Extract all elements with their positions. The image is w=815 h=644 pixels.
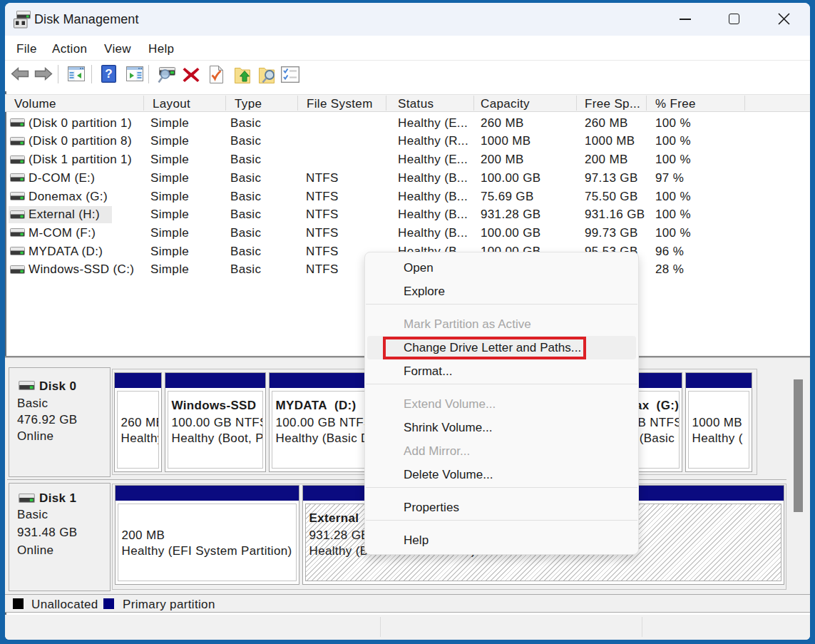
svg-text:?: ? (105, 67, 112, 81)
